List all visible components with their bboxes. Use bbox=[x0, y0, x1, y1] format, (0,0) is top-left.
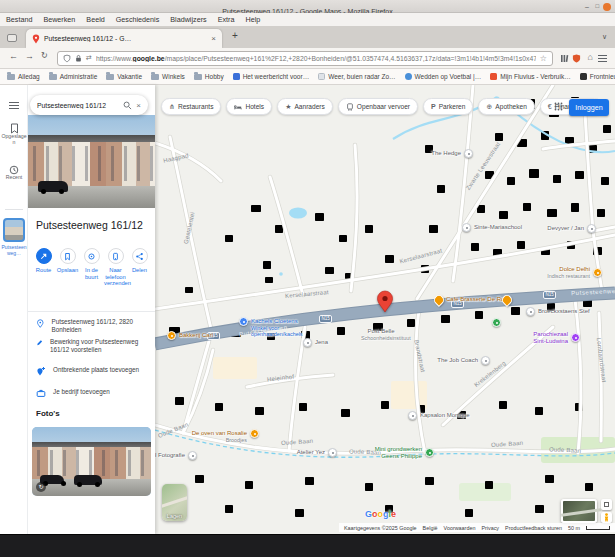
chip-openbaar-vervoer[interactable]: Openbaar vervoer bbox=[338, 98, 418, 115]
place-photo[interactable] bbox=[28, 115, 155, 208]
site-favicon bbox=[233, 73, 240, 80]
nearby-button[interactable]: In de buurt bbox=[80, 248, 103, 287]
photos-thumbnail[interactable]: ↻ bbox=[32, 427, 151, 496]
share-button[interactable]: Delen bbox=[128, 248, 151, 287]
route-button[interactable]: Route bbox=[32, 248, 55, 287]
place-thumbnail[interactable] bbox=[3, 218, 25, 242]
menu-bewerken[interactable]: Bewerken bbox=[43, 15, 75, 24]
chip-restaurants[interactable]: ⋔Restaurants bbox=[161, 98, 221, 115]
lock-icon[interactable] bbox=[75, 54, 82, 63]
tab-close-icon[interactable]: × bbox=[211, 34, 216, 43]
menu-bestand[interactable]: Bestand bbox=[6, 15, 32, 24]
menu-extra[interactable]: Extra bbox=[218, 15, 235, 24]
map-poi[interactable]: Sol Fotografie bbox=[188, 451, 197, 460]
maps-menu-icon[interactable] bbox=[9, 105, 19, 106]
url-bar[interactable]: ⇄ https://www.google.be/maps/place/Putse… bbox=[57, 51, 553, 66]
destination-pin[interactable] bbox=[376, 290, 394, 313]
reload-button[interactable]: ↻ bbox=[41, 51, 48, 60]
bookmark-folder[interactable]: Vakantie bbox=[106, 73, 142, 80]
attrib-region[interactable]: België bbox=[423, 525, 438, 531]
add-business-row[interactable]: Je bedrijf toevoegen bbox=[36, 388, 148, 398]
menu-beeld[interactable]: Beeld bbox=[86, 15, 104, 24]
bookmark-item[interactable]: Wedden op Voetbal |… bbox=[405, 73, 482, 80]
map-poi[interactable]: Sinte-Mariaschool bbox=[462, 223, 471, 232]
map-poi[interactable]: Kapsalon Monique bbox=[408, 411, 417, 420]
map-poi[interactable] bbox=[492, 318, 501, 327]
bookmark-folder[interactable]: Alledag bbox=[7, 73, 40, 80]
map-poi[interactable]: Devyver / Jan bbox=[587, 224, 596, 233]
recent-button[interactable]: Recent bbox=[0, 165, 28, 181]
address-row[interactable]: Putsesteenweg 161/12, 2820 Bonheiden bbox=[36, 318, 148, 334]
signin-button[interactable]: Inloggen bbox=[569, 99, 609, 116]
forward-button[interactable]: → bbox=[25, 51, 34, 61]
maximize-button[interactable]: □ bbox=[595, 2, 599, 11]
map-poi[interactable]: The Job Coach bbox=[481, 356, 490, 365]
maps-pin-favicon bbox=[32, 34, 40, 44]
bookmark-folder[interactable]: Hobby bbox=[194, 73, 224, 80]
suggest-edit-row[interactable]: Bewerking voor Putsesteenweg 161/12 voor… bbox=[36, 338, 148, 354]
road-badge: N15 bbox=[319, 315, 332, 323]
close-button[interactable] bbox=[603, 3, 611, 11]
map-poi[interactable]: Café Brasserie De Roos bbox=[434, 295, 444, 305]
chip-parkeren[interactable]: PParkeren bbox=[423, 98, 473, 115]
satellite-minimap[interactable] bbox=[561, 499, 597, 523]
library-icon[interactable] bbox=[560, 54, 569, 63]
bookmark-item[interactable]: Het weerbericht voor… bbox=[233, 73, 309, 80]
attrib-terms[interactable]: Voorwaarden bbox=[444, 525, 476, 531]
new-tab-button[interactable]: + bbox=[232, 30, 238, 41]
saved-button[interactable]: Opgeslagen bbox=[0, 123, 28, 146]
map-poi[interactable]: De oven van RosalieBroodjes bbox=[250, 429, 259, 438]
google-apps-grid-icon[interactable] bbox=[554, 102, 563, 111]
search-input[interactable] bbox=[37, 102, 119, 109]
layers-button[interactable]: Lagen bbox=[162, 484, 187, 521]
bookmark-item[interactable]: Weer, buien radar Zo… bbox=[318, 73, 395, 80]
poi-icon bbox=[425, 448, 434, 457]
add-place-row[interactable]: Ontbrekende plaats toevoegen bbox=[36, 366, 148, 377]
attrib-privacy[interactable]: Privacy bbox=[481, 525, 499, 531]
map-poi[interactable]: The Hedge bbox=[464, 149, 473, 158]
adblock-shield-icon[interactable] bbox=[572, 54, 581, 63]
bookmark-item[interactable]: Mijn Fluvius - Verbruik… bbox=[490, 73, 570, 80]
map-poi[interactable]: Atelier Yez bbox=[328, 448, 337, 457]
map-poi[interactable]: Kachels CloetensWinkel voor openhaarden/… bbox=[239, 317, 248, 326]
chip-hotels[interactable]: Hotels bbox=[226, 98, 272, 115]
place-title: Putsesteenweg 161/12 bbox=[36, 219, 143, 231]
firefox-view-icon[interactable] bbox=[7, 34, 17, 42]
map-poi[interactable]: Jena bbox=[303, 338, 312, 347]
chip-aanraders[interactable]: ★Aanraders bbox=[277, 98, 333, 115]
app-menu-icon[interactable] bbox=[598, 58, 607, 59]
clear-search-icon[interactable]: × bbox=[136, 101, 141, 110]
url-text[interactable]: https://www.google.be/maps/place/Putsest… bbox=[96, 55, 536, 62]
bookmark-folder[interactable]: Administratie bbox=[49, 73, 98, 80]
map-poi[interactable]: Mini grondwerken Geens Philippe bbox=[425, 448, 434, 457]
minimize-button[interactable]: – bbox=[585, 2, 589, 11]
map-poi[interactable] bbox=[502, 295, 512, 305]
map-poi[interactable]: Bakkerij Carl bbox=[167, 331, 176, 340]
minimap-expand-button[interactable] bbox=[601, 499, 612, 510]
window-titlebar[interactable]: Putsesteenweg 161/12 - Google Maps - Moz… bbox=[0, 0, 615, 13]
photos-heading: Foto's bbox=[36, 409, 60, 418]
menu-bladwijzers[interactable]: Bladwijzers bbox=[170, 15, 206, 24]
bookmark-item[interactable]: Frontnieuws - Je main… bbox=[580, 73, 615, 80]
list-tabs-icon[interactable]: ∨ bbox=[602, 33, 607, 41]
map-poi[interactable]: Dolce DelhiIndisch restaurant bbox=[593, 268, 602, 277]
map-poi[interactable]: Broeckxstaens Stef bbox=[526, 307, 535, 316]
home-icon[interactable]: ⌂ bbox=[588, 52, 593, 62]
tracking-shield-icon[interactable] bbox=[63, 54, 71, 63]
attrib-feedback[interactable]: Productfeedback sturen bbox=[505, 525, 562, 531]
bookmark-star-icon[interactable]: ☆ bbox=[540, 54, 547, 63]
chip-apotheken[interactable]: ⊕Apotheken bbox=[478, 98, 534, 115]
search-icon[interactable] bbox=[123, 101, 132, 110]
search-box[interactable]: × bbox=[30, 95, 148, 115]
save-button[interactable]: Opslaan bbox=[56, 248, 79, 287]
pegman-button[interactable] bbox=[601, 512, 612, 523]
map-canvas[interactable]: Haagpad Gestelentei Zwarte Leeuwstraat K… bbox=[155, 85, 615, 534]
back-button[interactable]: ← bbox=[9, 51, 18, 61]
bookmark-folder[interactable]: Winkels bbox=[151, 73, 185, 80]
menu-geschiedenis[interactable]: Geschiedenis bbox=[116, 15, 160, 24]
menu-help[interactable]: Help bbox=[245, 15, 260, 24]
permissions-icon[interactable]: ⇄ bbox=[86, 54, 92, 62]
send-to-phone-button[interactable]: Naar telefoon verzenden bbox=[104, 248, 127, 287]
map-poi[interactable]: Parochiezaal Sint-Ludwina bbox=[571, 333, 580, 342]
tab-active[interactable]: Putsesteenweg 161/12 - G… × bbox=[26, 29, 222, 48]
